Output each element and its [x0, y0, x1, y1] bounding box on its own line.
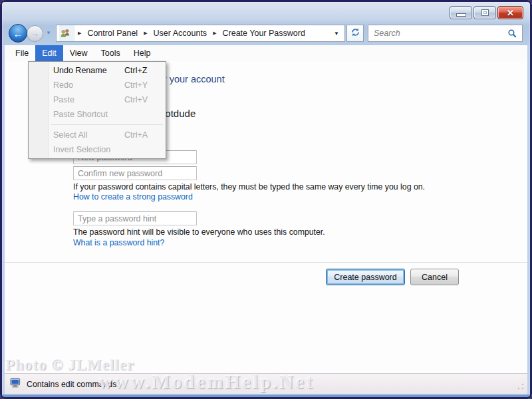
confirm-password-input[interactable] — [73, 166, 197, 180]
address-bar[interactable]: ▶ Control Panel ▶ User Accounts ▶ Create… — [56, 25, 345, 42]
menu-item-label: Undo Rename — [53, 66, 107, 75]
back-arrow-icon: ← — [13, 28, 23, 39]
menubar-item-file[interactable]: File — [9, 45, 35, 61]
create-password-button[interactable]: Create password — [326, 269, 405, 285]
search-icon[interactable] — [503, 29, 522, 39]
menu-item-label: Invert Selection — [53, 145, 110, 154]
menubar-item-help[interactable]: Help — [127, 45, 158, 61]
window: ✕ ← → ▼ ▶ Control Panel ▶ User Accounts … — [0, 0, 532, 399]
status-bar: Contains edit commands. — [5, 373, 527, 394]
maximize-button[interactable] — [473, 6, 496, 19]
menu-item-shortcut: Ctrl+Y — [124, 80, 155, 90]
menu-item-paste-shortcut[interactable]: Paste Shortcut — [29, 107, 166, 122]
breadcrumb-control-panel[interactable]: Control Panel — [83, 29, 142, 38]
menubar-item-tools[interactable]: Tools — [94, 45, 127, 61]
breadcrumb-chevron-icon: ▶ — [211, 31, 218, 36]
menubar-item-edit[interactable]: Edit — [35, 45, 63, 61]
status-text: Contains edit commands. — [27, 380, 119, 389]
search-input[interactable] — [368, 29, 503, 38]
window-border-bottom — [2, 394, 530, 397]
menu-item-invert-selection[interactable]: Invert Selection — [29, 142, 166, 157]
computer-icon — [10, 378, 21, 391]
breadcrumb-create-your-password[interactable]: Create Your Password — [219, 29, 309, 38]
hint-visibility-note: The password hint will be visible to eve… — [73, 227, 325, 237]
minimize-button[interactable] — [450, 6, 472, 19]
menu-item-paste[interactable]: Paste Ctrl+V — [29, 92, 166, 107]
address-dropdown-button[interactable]: ▼ — [329, 31, 344, 37]
maximize-icon — [481, 9, 489, 16]
menu-item-shortcut: Ctrl+Z — [124, 66, 155, 75]
menu-item-shortcut: Ctrl+A — [124, 130, 155, 140]
password-hint-input[interactable] — [73, 211, 197, 225]
menu-separator — [51, 124, 163, 125]
menu-bar: File Edit View Tools Help — [5, 45, 527, 61]
minimize-icon — [456, 13, 466, 17]
menu-item-undo-rename[interactable]: Undo Rename Ctrl+Z — [29, 63, 166, 78]
forward-button[interactable]: → — [27, 25, 43, 42]
refresh-icon — [350, 27, 360, 40]
menu-item-select-all[interactable]: Select All Ctrl+A — [29, 128, 166, 142]
menu-item-label: Paste Shortcut — [53, 110, 108, 119]
edit-menu-popup: Undo Rename Ctrl+Z Redo Ctrl+Y Paste Ctr… — [28, 61, 166, 159]
capital-letters-note: If your password contains capital letter… — [73, 182, 425, 192]
refresh-button[interactable] — [346, 25, 364, 42]
what-is-hint-link[interactable]: What is a password hint? — [73, 238, 164, 247]
menu-item-label: Paste — [53, 95, 74, 104]
menu-item-redo[interactable]: Redo Ctrl+Y — [29, 78, 166, 92]
menubar-item-view[interactable]: View — [63, 45, 94, 61]
breadcrumb-chevron-icon: ▶ — [76, 31, 83, 36]
breadcrumb-chevron-icon: ▶ — [142, 31, 149, 36]
user-accounts-icon — [59, 25, 74, 41]
back-button[interactable]: ← — [9, 24, 27, 43]
footer-divider — [5, 262, 527, 263]
breadcrumb-user-accounts[interactable]: User Accounts — [150, 29, 211, 38]
close-button[interactable]: ✕ — [497, 6, 523, 19]
forward-arrow-icon: → — [31, 29, 39, 39]
strong-password-link[interactable]: How to create a strong password — [73, 192, 193, 201]
search-box[interactable] — [368, 25, 523, 42]
close-icon: ✕ — [507, 8, 514, 18]
cancel-button[interactable]: Cancel — [410, 269, 459, 285]
chevron-down-icon: ▼ — [46, 30, 51, 36]
window-border-right — [527, 45, 530, 395]
recent-pages-dropdown[interactable]: ▼ — [46, 30, 51, 36]
menu-item-label: Redo — [53, 80, 73, 90]
chevron-down-icon: ▼ — [334, 31, 339, 37]
menu-item-label: Select All — [53, 130, 87, 140]
resize-grip[interactable] — [515, 382, 525, 392]
menu-item-shortcut: Ctrl+V — [124, 95, 155, 104]
